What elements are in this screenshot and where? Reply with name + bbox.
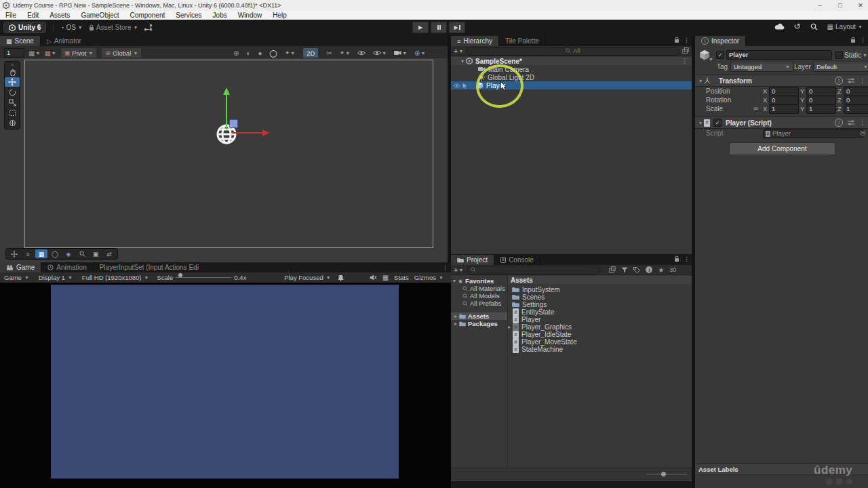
pivot-toggle-button[interactable]: ▣Pivot▼ — [60, 47, 98, 58]
effects-dropdown[interactable]: ✦▼ — [285, 49, 295, 56]
camera-settings-dropdown[interactable]: ▼ — [394, 50, 407, 56]
scene-viewport[interactable]: ≡ ≡ ▦ ◯ ◈ ▣ ⇄ — [0, 58, 448, 262]
lighting-toggle-icon[interactable]: ◐ — [246, 49, 250, 57]
rotation-x-field[interactable]: 0 — [769, 96, 799, 105]
stats-button[interactable]: Stats — [389, 274, 414, 281]
gizmo-x-axis-arrow[interactable] — [232, 132, 263, 134]
tab-playerinputset[interactable]: PlayerInputSet (Input Actions Edi — [94, 262, 205, 272]
object-name-field[interactable]: Player — [726, 50, 832, 60]
undo-history-icon[interactable]: ↺ — [794, 22, 801, 31]
game-viewport[interactable] — [0, 283, 451, 488]
sphere-overlay-icon[interactable]: ◯ — [49, 249, 61, 258]
snap-increment-button[interactable]: ▦▼ — [44, 49, 56, 57]
visibility-eye-icon[interactable] — [453, 83, 460, 88]
notification-bell-icon[interactable] — [338, 274, 344, 281]
open-in-search-icon[interactable] — [609, 266, 616, 273]
close-button[interactable]: ✕ — [850, 2, 868, 9]
layer-dropdown[interactable]: Default▼ — [813, 62, 868, 72]
lock-icon[interactable] — [674, 37, 679, 43]
maximize-button[interactable]: □ — [830, 2, 850, 9]
menu-item-component[interactable]: Component — [125, 12, 171, 19]
scale-link-icon[interactable]: ∞ — [753, 104, 758, 112]
plane-overlay-icon[interactable]: ◈ — [62, 249, 75, 258]
hierarchy-menu-icon[interactable]: ⋮ — [684, 37, 690, 43]
object-picker-icon[interactable]: ◎ — [860, 129, 865, 136]
tag-dropdown[interactable]: Untagged▼ — [730, 62, 793, 72]
gizmos-dropdown[interactable]: ⊕▼ — [414, 49, 425, 57]
menu-item-window[interactable]: Window — [233, 12, 268, 19]
resolution-dropdown[interactable]: Full HD (1920x1080)▼ — [78, 274, 153, 281]
overlay-drag-handle[interactable]: ≡ — [11, 63, 14, 66]
tab-animation[interactable]: Animation — [41, 262, 93, 272]
menu-item-jobs[interactable]: Jobs — [208, 12, 233, 19]
display-dropdown[interactable]: Display 1▼ — [33, 274, 78, 281]
favorite-all-materials[interactable]: All Materials — [451, 285, 507, 292]
project-search-input[interactable] — [467, 266, 600, 274]
hierarchy-search-input[interactable]: All — [466, 47, 679, 56]
cloud-icon[interactable] — [774, 23, 785, 30]
tab-hierarchy[interactable]: ≡Hierarchy — [451, 36, 499, 46]
game-display-mode-dropdown[interactable]: Game▼ — [0, 274, 33, 281]
active-checkbox[interactable]: ✓ — [716, 51, 724, 59]
mute-audio-icon[interactable] — [370, 274, 377, 281]
icon-dropdown-caret[interactable]: ▼ — [709, 57, 713, 62]
tab-console[interactable]: Console — [494, 255, 540, 265]
tab-tile-palette[interactable]: Tile Palette — [499, 36, 546, 46]
move-tool-button[interactable] — [5, 77, 20, 87]
play-button[interactable]: ▶ — [412, 22, 429, 33]
os-dropdown[interactable]: ◔ OS▼ — [60, 24, 83, 31]
audio-toggle-icon[interactable]: ● — [258, 49, 262, 57]
menu-item-edit[interactable]: Edit — [22, 12, 44, 19]
asset-row-player-graphics[interactable]: ▸#Player_Graphics — [508, 323, 692, 331]
scene-picker-icon[interactable] — [682, 47, 689, 54]
play-focused-dropdown[interactable]: Play Focused▼ — [277, 274, 338, 281]
scene-visibility-icon[interactable] — [357, 50, 366, 56]
version-control-icon[interactable] — [144, 24, 153, 31]
2d-mode-button[interactable]: 2D — [302, 47, 319, 58]
help-icon[interactable]: ? — [835, 119, 843, 127]
expander-icon[interactable]: ▸ — [506, 324, 513, 330]
pickability-icon[interactable] — [462, 83, 467, 89]
grid-snapping-button[interactable]: ▦▼ — [28, 49, 40, 57]
zoom-overlay-icon[interactable] — [76, 249, 88, 258]
prefab-overlay-icon[interactable]: ▣ — [90, 249, 102, 258]
gizmo-y-axis-arrow[interactable] — [226, 94, 227, 129]
effects-toggle-icon[interactable]: ◯ — [269, 49, 277, 57]
position-z-field[interactable]: 0 — [844, 87, 868, 96]
scale-tool-button[interactable] — [5, 98, 20, 107]
asset-row-player-movestate[interactable]: #Player_MoveState — [508, 338, 692, 346]
scale-z-field[interactable]: 1 — [844, 104, 868, 114]
unity-version-button[interactable]: Unity 6 — [3, 22, 46, 33]
scale-slider[interactable] — [176, 274, 231, 281]
rotate-tool-button[interactable] — [5, 87, 20, 97]
menu-item-services[interactable]: Services — [170, 12, 207, 19]
filter-by-type-icon[interactable] — [621, 267, 628, 273]
global-toggle-button[interactable]: ⊕Global▼ — [101, 47, 142, 58]
position-y-field[interactable]: 0 — [806, 87, 836, 96]
search-icon[interactable] — [810, 23, 818, 30]
hierarchy-add-button[interactable]: +▼ — [454, 47, 463, 55]
static-checkbox[interactable] — [835, 51, 843, 59]
filter-by-label-icon[interactable] — [633, 267, 640, 273]
inspector-menu-icon[interactable]: ⋮ — [860, 37, 866, 43]
info-icon[interactable]: i — [646, 266, 652, 273]
scene-row-menu-icon[interactable]: ⋮ — [682, 58, 688, 64]
favorite-all-models[interactable]: All Models — [451, 292, 507, 300]
asset-row-settings[interactable]: Settings — [508, 301, 692, 308]
asset-row-player[interactable]: #Player — [508, 316, 692, 323]
position-x-field[interactable]: 0 — [769, 87, 799, 96]
step-button[interactable]: ▶ — [449, 22, 465, 33]
lock-icon[interactable] — [850, 37, 856, 43]
help-icon[interactable]: ? — [835, 77, 843, 85]
asset-row-player-idlestate[interactable]: #Player_IdleState — [508, 331, 692, 338]
move-overlay-icon[interactable] — [8, 249, 20, 258]
presets-icon[interactable] — [848, 120, 854, 125]
shuffle-overlay-icon[interactable]: ⇄ — [103, 249, 115, 258]
asset-store-dropdown[interactable]: Asset Store▼ — [89, 24, 138, 31]
minimize-button[interactable]: – — [810, 2, 830, 9]
player-script-header[interactable]: ▾ # ✓ Player (Script) ? ⋮ — [695, 117, 868, 129]
scale-x-field[interactable]: 1 — [769, 104, 799, 114]
post-processing-dropdown[interactable]: ✦▼ — [340, 49, 350, 56]
transform-tool-button[interactable] — [5, 118, 20, 127]
rotation-z-field[interactable]: 0 — [844, 96, 868, 105]
